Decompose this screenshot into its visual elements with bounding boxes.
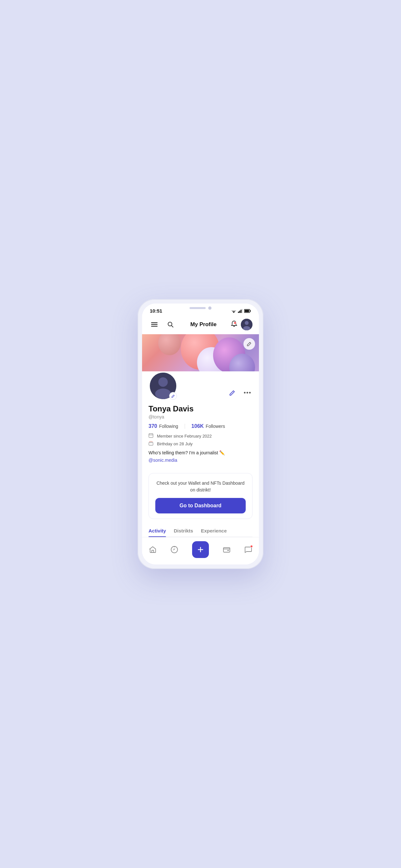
avatar-wrapper	[149, 371, 178, 400]
wifi-icon	[231, 309, 236, 313]
messages-badge	[250, 545, 253, 548]
avatar-row	[149, 371, 252, 400]
dashboard-card: Check out your Wallet and NFTs Dashboard…	[149, 473, 252, 519]
svg-rect-9	[245, 310, 249, 312]
svg-rect-42	[227, 550, 229, 551]
menu-button[interactable]	[149, 319, 160, 330]
tab-activity[interactable]: Activity	[149, 524, 166, 537]
calendar-icon	[149, 433, 154, 439]
profile-section: Tonya Davis @tonya 370 Following 106K Fo…	[142, 371, 259, 468]
balloon-5	[158, 334, 181, 355]
notification-button[interactable]	[230, 320, 238, 329]
svg-rect-36	[152, 550, 154, 553]
member-since-text: Member since February 2022	[157, 434, 212, 438]
svg-point-19	[158, 377, 167, 387]
search-button[interactable]	[165, 319, 176, 330]
profile-actions	[227, 388, 252, 400]
svg-point-16	[245, 321, 249, 325]
svg-point-20	[155, 389, 171, 399]
stat-divider	[185, 424, 185, 429]
stats-row: 370 Following 106K Followers	[149, 423, 252, 429]
notch-pill	[189, 307, 206, 309]
following-count: 370	[149, 423, 157, 429]
svg-point-33	[151, 441, 151, 442]
signal-icon	[238, 309, 243, 313]
bottom-nav	[142, 537, 259, 564]
nav-messages[interactable]	[244, 546, 252, 554]
svg-point-21	[244, 392, 246, 394]
svg-rect-3	[238, 312, 239, 313]
go-to-dashboard-button[interactable]: Go to Dashboard	[155, 498, 246, 514]
nav-right	[230, 319, 252, 330]
profile-username: Tonya Davis	[149, 404, 252, 413]
nav-wallet[interactable]	[223, 546, 230, 554]
nav-avatar[interactable]	[241, 319, 252, 330]
nav-left	[149, 319, 176, 330]
top-nav: My Profile	[142, 316, 259, 334]
svg-point-32	[150, 441, 150, 442]
nav-home[interactable]	[149, 546, 157, 554]
battery-icon	[244, 309, 251, 313]
more-options-button[interactable]	[242, 388, 252, 398]
notch	[181, 304, 220, 313]
status-icons	[231, 309, 251, 313]
compose-button[interactable]	[227, 388, 238, 398]
edit-avatar-button[interactable]	[169, 392, 177, 400]
dashboard-card-text: Check out your Wallet and NFTs Dashboard…	[155, 480, 246, 493]
member-since-row: Member since February 2022	[149, 433, 252, 439]
svg-rect-12	[151, 326, 158, 327]
tab-distrikts[interactable]: Distrikts	[174, 524, 193, 537]
following-stat: 370 Following	[149, 423, 178, 429]
svg-point-34	[152, 441, 152, 442]
followers-label: Followers	[206, 424, 225, 429]
profile-bio-link[interactable]: @sonic.media	[149, 458, 252, 463]
svg-rect-10	[151, 322, 158, 323]
svg-marker-2	[233, 312, 235, 313]
svg-rect-5	[241, 310, 242, 313]
phone-frame: 10:51	[137, 299, 264, 569]
birthday-icon	[149, 441, 154, 446]
svg-rect-8	[250, 310, 251, 312]
status-time: 10:51	[150, 308, 162, 314]
birthday-text: Birthday on 28 July	[157, 441, 193, 446]
svg-rect-41	[223, 548, 230, 552]
nav-explore[interactable]	[171, 546, 178, 554]
birthday-row: Birthday on 28 July	[149, 441, 252, 446]
page-title: My Profile	[176, 321, 230, 328]
tab-experience[interactable]: Experience	[201, 524, 227, 537]
svg-point-23	[249, 392, 251, 394]
svg-rect-6	[242, 309, 243, 313]
edit-cover-button[interactable]	[243, 338, 255, 350]
svg-rect-4	[239, 311, 240, 313]
following-label: Following	[159, 424, 178, 429]
svg-point-22	[247, 392, 248, 394]
profile-bio: Who's telling them? I'm a journalist ✏️	[149, 450, 252, 456]
svg-line-14	[172, 326, 173, 327]
phone-screen: 10:51	[142, 304, 259, 564]
followers-count: 106K	[191, 423, 204, 429]
nav-add[interactable]	[192, 541, 209, 558]
profile-handle: @tonya	[149, 414, 252, 420]
followers-stat: 106K Followers	[191, 423, 225, 429]
svg-rect-11	[151, 324, 158, 325]
svg-rect-24	[149, 434, 153, 438]
notch-camera	[208, 306, 212, 310]
tabs-row: Activity Distrikts Experience	[149, 524, 252, 537]
